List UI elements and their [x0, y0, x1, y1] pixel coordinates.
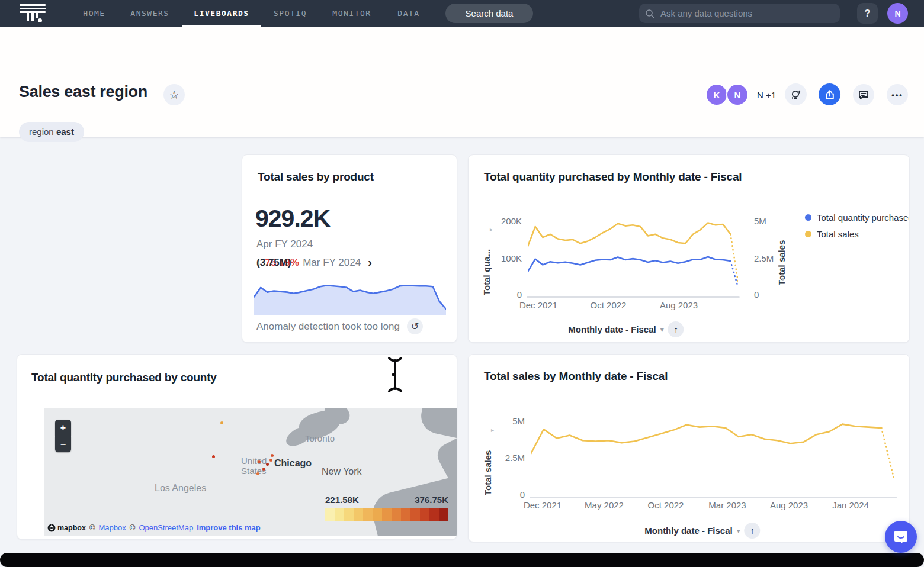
collaborator-avatar-k[interactable]: K — [705, 83, 728, 106]
map-data-point[interactable] — [212, 455, 215, 458]
legend-dot-yellow — [805, 231, 811, 237]
axis-scroll-right-icon[interactable]: ▸ — [490, 226, 493, 233]
map-data-point[interactable] — [256, 472, 259, 475]
map-label-toronto: Toronto — [305, 433, 335, 443]
improve-map-link[interactable]: Improve this map — [197, 523, 261, 532]
liveboard-app: HOME ANSWERS LIVEBOARDS SPOTIQ MONITOR D… — [0, 0, 924, 567]
map-legend-min: 221.58K — [325, 495, 359, 505]
x-axis-tick: Dec 2021 — [524, 500, 562, 510]
openstreetmap-link[interactable]: OpenStreetMap — [139, 523, 193, 532]
map-legend-max: 376.75K — [415, 495, 448, 505]
favorite-star-icon[interactable]: ☆ — [163, 84, 185, 105]
legend-item-sales[interactable]: Total sales — [805, 229, 859, 239]
left-axis-tick: 200K — [492, 216, 522, 226]
legend-item-quantity[interactable]: Total quantity purchased — [805, 212, 910, 223]
mapbox-link[interactable]: Mapbox — [99, 523, 126, 532]
chevron-right-icon[interactable]: › — [368, 256, 372, 269]
user-avatar[interactable]: N — [887, 3, 908, 24]
chart-title: Total sales by Monthly date - Fiscal — [484, 370, 668, 383]
chat-bubble-icon — [893, 529, 909, 545]
copyright-symbol: © — [130, 523, 136, 532]
map-zoom-out-button[interactable]: − — [55, 436, 71, 452]
kpi-value: 929.2K — [255, 205, 330, 233]
nav-tab-liveboards[interactable]: LIVEBOARDS — [194, 0, 249, 27]
mapbox-logo-icon[interactable]: mapbox — [47, 524, 86, 532]
map-data-point[interactable] — [270, 459, 272, 462]
lightbulb-sparkle-icon — [790, 88, 803, 101]
page-title: Sales east region — [19, 83, 147, 101]
x-axis-tick: Dec 2021 — [519, 300, 557, 310]
nav-divider — [849, 5, 849, 22]
chat-widget-button[interactable] — [885, 521, 917, 553]
chart-card-quantity-by-month: Total quantity purchased by Monthly date… — [468, 154, 910, 343]
x-axis-tick: May 2022 — [585, 500, 624, 510]
more-options-icon[interactable]: ••• — [887, 84, 908, 105]
help-button[interactable]: ? — [857, 3, 878, 24]
axis-scroll-right-icon[interactable]: ▸ — [491, 427, 494, 433]
map-attribution: mapbox © Mapbox © OpenStreetMap Improve … — [47, 523, 261, 532]
x-axis-tick: Aug 2023 — [660, 300, 698, 310]
ai-insights-button[interactable] — [785, 83, 807, 105]
y-axis-tick: 0 — [495, 489, 525, 500]
axis-scroll-left-icon[interactable]: ◂ — [781, 275, 784, 282]
map-zoom-in-button[interactable]: + — [55, 420, 71, 436]
text-cursor-icon — [385, 355, 405, 394]
map-canvas[interactable]: + − Toronto UnitedStates Chicago New Yor… — [44, 408, 457, 536]
kpi-change-row: ↓ 75.19% (3.75M) Mar FY 2024 › — [256, 256, 372, 269]
chart-title: Total quantity purchased by Monthly date… — [484, 170, 742, 183]
sort-arrow-up-icon[interactable]: ↑ — [745, 523, 761, 539]
right-axis-tick: 2.5M — [754, 253, 774, 263]
left-axis-tick: 100K — [492, 253, 522, 263]
share-button[interactable] — [819, 83, 840, 105]
dual-line-chart — [528, 217, 738, 297]
map-data-point[interactable] — [220, 421, 223, 424]
nav-tab-home[interactable]: HOME — [83, 0, 105, 27]
search-icon — [645, 9, 654, 18]
y-axis-tick: 2.5M — [495, 453, 525, 463]
map-label-los-angeles: Los Angeles — [155, 483, 206, 494]
right-axis-tick: 0 — [754, 289, 759, 299]
sales-line-chart — [531, 417, 894, 495]
x-axis-field-control: Monthly date - Fiscal ▾ ↑ — [644, 523, 760, 539]
map-data-point[interactable] — [258, 460, 261, 463]
x-axis-field-label[interactable]: Monthly date - Fiscal — [644, 526, 732, 536]
x-axis-field-label[interactable]: Monthly date - Fiscal — [568, 324, 656, 334]
x-axis-field-control: Monthly date - Fiscal ▾ ↑ — [568, 321, 684, 337]
nav-tab-answers[interactable]: ANSWERS — [130, 0, 169, 27]
map-data-point[interactable] — [262, 468, 265, 471]
map-data-point[interactable] — [271, 454, 274, 457]
caret-down-icon[interactable]: ▾ — [737, 527, 740, 535]
x-axis-line — [527, 296, 740, 298]
map-data-point[interactable] — [266, 463, 269, 466]
map-color-scale — [325, 508, 448, 521]
map-label-united-states: UnitedStates — [241, 456, 267, 476]
kpi-card-title: Total sales by product — [258, 170, 374, 183]
retry-refresh-icon[interactable]: ↺ — [407, 318, 423, 334]
map-card-title: Total quantity purchased by county — [31, 371, 217, 384]
right-axis-tick: 5M — [754, 216, 766, 226]
left-axis-tick: 0 — [492, 289, 522, 299]
caret-down-icon[interactable]: ▾ — [660, 326, 664, 334]
kpi-period: Apr FY 2024 — [256, 239, 313, 250]
ask-data-searchbar[interactable] — [639, 4, 840, 23]
filter-chip-region[interactable]: region east — [19, 122, 84, 142]
liveboard-header: Sales east region ☆ region east K N N +1 — [0, 27, 924, 137]
kpi-anomaly-text: Anomaly detection took too long — [256, 321, 400, 333]
y-axis-tick: 5M — [495, 416, 525, 426]
map-label-new-york: New York — [322, 466, 362, 477]
nav-tab-data[interactable]: DATA — [397, 0, 419, 27]
ask-data-input[interactable] — [659, 8, 834, 19]
collaborator-avatar-n[interactable]: N — [726, 83, 749, 106]
sort-arrow-up-icon[interactable]: ↑ — [668, 321, 684, 337]
x-axis-tick: Oct 2022 — [591, 300, 627, 310]
map-label-chicago: Chicago — [274, 458, 312, 469]
comments-button[interactable] — [853, 84, 874, 105]
x-axis-tick: Jan 2024 — [832, 500, 869, 510]
thoughtspot-logo-icon[interactable] — [20, 4, 47, 24]
nav-tab-spotiq[interactable]: SPOTIQ — [274, 0, 307, 27]
collaborator-overflow-label[interactable]: N +1 — [757, 90, 776, 100]
kpi-compare-period: Mar FY 2024 — [303, 257, 361, 269]
chart-card-sales-by-month: Total sales by Monthly date - Fiscal ▸ T… — [468, 354, 910, 542]
search-data-button[interactable]: Search data — [445, 4, 533, 23]
nav-tab-monitor[interactable]: MONITOR — [332, 0, 371, 27]
